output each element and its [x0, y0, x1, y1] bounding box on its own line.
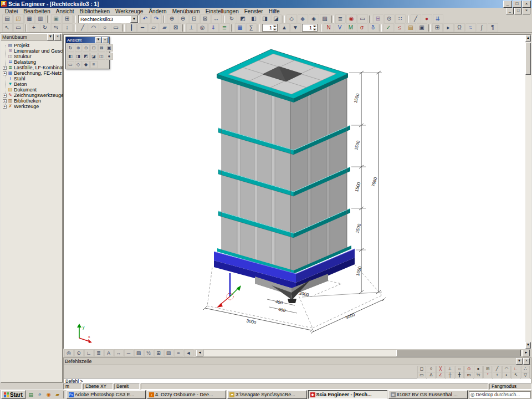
explorer-icon[interactable]: ▰	[53, 391, 62, 398]
project-data-icon[interactable]: ⊞	[62, 14, 73, 23]
snap-settings-icon[interactable]: ⊙	[74, 349, 84, 357]
text-style-icon[interactable]: A	[104, 349, 114, 357]
dimension-style-icon[interactable]: ↔	[114, 349, 124, 357]
clip-box-icon[interactable]: ▭	[67, 61, 74, 68]
clipping-box-icon[interactable]: ▭	[357, 14, 368, 23]
scrollbar-thumb[interactable]	[396, 350, 521, 356]
deformation-icon[interactable]: δ	[368, 23, 378, 32]
layers-icon[interactable]: ≣	[335, 14, 346, 23]
hinge-icon[interactable]: ◎	[197, 23, 208, 32]
back-icon[interactable]: ◄	[184, 349, 193, 357]
units-icon[interactable]: m	[464, 372, 473, 378]
document-icon[interactable]: ▤	[406, 23, 416, 32]
report-icon[interactable]: ¶	[488, 23, 498, 32]
member-icon[interactable]: ╱	[411, 14, 421, 23]
hatch-style-icon[interactable]: ▨	[134, 349, 144, 357]
silo-model[interactable]	[214, 49, 355, 303]
tree-item-belastung[interactable]: ⇊Belastung	[2, 59, 62, 65]
animation-icon[interactable]: ▸	[443, 23, 454, 32]
panel-dropdown-icon[interactable]: ▼	[516, 358, 523, 365]
media-player-icon[interactable]: ◉	[44, 391, 53, 398]
shaded-icon[interactable]: ◆	[83, 61, 90, 68]
expand-icon[interactable]: +	[3, 71, 7, 75]
scroll-left-icon[interactable]: ◄	[196, 350, 203, 356]
menu-ansicht[interactable]: Ansicht	[53, 8, 77, 14]
zoom-selection-icon[interactable]: ▣	[106, 44, 113, 52]
zoom-window-icon[interactable]: ⊡	[90, 44, 98, 52]
rectangle-icon[interactable]: ▭	[111, 23, 121, 32]
panel-close-icon[interactable]: ×	[523, 358, 530, 365]
taskbar-task-adobe-photoshop-cs3-e[interactable]: PsAdobe Photoshop CS3 E...	[66, 390, 146, 399]
filter-icon[interactable]: ▽	[521, 372, 530, 378]
scroll-right-icon[interactable]: ►	[523, 350, 530, 356]
mdi-minimize-button[interactable]: _	[506, 8, 514, 14]
document-view-icon[interactable]: ▤	[164, 349, 173, 357]
tree-item-werkzeuge[interactable]: +✗Werkzeuge	[2, 104, 62, 109]
horizontal-scrollbar[interactable]: ◄ ►	[196, 349, 530, 357]
stress-icon[interactable]: σ	[357, 23, 367, 32]
tree-item-zeichnungswerkzeuge[interactable]: +✎Zeichnungswerkzeuge	[2, 93, 62, 98]
taskbar-task-scia-engineer-rech[interactable]: ◆Scia Engineer - [Rech...	[308, 390, 387, 399]
node-icon[interactable]: ●	[422, 14, 432, 23]
moment-icon[interactable]: M	[346, 23, 356, 32]
taskbar-task-4-ozzy-osbourne-dee[interactable]: ♪4. Ozzy Osbourne - Dee...	[147, 390, 226, 399]
load-icon[interactable]: ⇊	[433, 14, 443, 23]
scale-spinner-2[interactable]: 1 ▲ ▼	[302, 24, 318, 32]
coord-relative-icon[interactable]: ∆	[427, 372, 436, 378]
scroll-down-icon[interactable]: ▼	[525, 342, 531, 349]
beam-icon[interactable]: ━	[137, 23, 148, 32]
palette-header[interactable]: Ansicht ▼ ×	[66, 37, 109, 43]
steel-check-icon[interactable]: ≤	[395, 23, 405, 32]
tree-item-berechnung-fe-netz[interactable]: +▦Berechnung, FE-Netz	[2, 70, 62, 76]
menu-datei[interactable]: Datei	[2, 8, 21, 14]
view-top-icon[interactable]: ◩	[238, 14, 248, 23]
stability-icon[interactable]: Ω	[454, 23, 465, 32]
palette-dropdown-icon[interactable]: ▼	[95, 37, 101, 43]
perspective-icon[interactable]: ◫	[98, 53, 105, 60]
view-settings-icon[interactable]: ≡	[90, 61, 98, 68]
view-side-icon[interactable]: ◨	[260, 14, 270, 23]
tree-item-linienraster-und-geschosse[interactable]: ⊞Linienraster und Geschosse	[2, 48, 62, 54]
spin-down-icon[interactable]: ▼	[273, 28, 277, 31]
scroll-up-icon[interactable]: ▲	[525, 35, 531, 42]
view-side-icon[interactable]: ◨	[75, 53, 82, 60]
taskbar-task-3-seagate-sync-syncre[interactable]: ▰3:\Seagate Sync\SyncRe...	[227, 390, 306, 399]
menu-ändern[interactable]: Ändern	[146, 8, 169, 14]
redo-icon[interactable]: ↷	[151, 14, 162, 23]
maximize-button[interactable]: □	[513, 1, 521, 8]
mdi-close-button[interactable]: ×	[523, 8, 530, 14]
precision-icon[interactable]: ½	[474, 372, 483, 378]
show-desktop-icon[interactable]: ▤	[27, 391, 35, 398]
coord-absolute-icon[interactable]: ▭	[417, 372, 426, 378]
wall-icon[interactable]: ▰	[160, 23, 170, 32]
pan-icon[interactable]: ↔	[211, 14, 222, 23]
undo-icon[interactable]: ↶	[140, 14, 151, 23]
start-button[interactable]: Start	[1, 390, 25, 399]
save-project-icon[interactable]: ▦	[24, 14, 35, 23]
hidden-lines-icon[interactable]: ◈	[309, 14, 319, 23]
zoom-in-icon[interactable]: ⊕	[167, 14, 177, 23]
axonometric-icon[interactable]: ◪	[90, 53, 98, 60]
rotate-view-icon[interactable]: ↻	[227, 14, 237, 23]
zoom-all-icon[interactable]: ⊠	[200, 14, 211, 23]
zoom-all-icon[interactable]: ⊠	[98, 44, 105, 52]
shear-force-icon[interactable]: V	[335, 23, 345, 32]
panel-dropdown-icon[interactable]: ▼	[47, 34, 54, 40]
preview-icon[interactable]: ▣	[417, 23, 427, 32]
tracking-icon[interactable]: ╋	[455, 372, 464, 378]
dot-grid-icon[interactable]: ∷	[395, 14, 406, 23]
stretch-icon[interactable]: ↕	[62, 23, 73, 32]
scrollbar-thumb[interactable]	[525, 43, 531, 75]
menu-bearbeiten[interactable]: Bearbeiten	[21, 8, 53, 14]
zoom-out-icon[interactable]: ⊖	[83, 44, 90, 52]
spin-down-icon[interactable]: ▼	[313, 28, 317, 31]
grid-icon[interactable]: ⊞	[373, 14, 383, 23]
print-icon[interactable]: ▥	[35, 14, 46, 23]
menu-hilfe[interactable]: Hilfe	[266, 8, 283, 14]
view-front-icon[interactable]: ◧	[67, 53, 74, 60]
opening-icon[interactable]: ⊠	[171, 23, 181, 32]
tree-item-lastfälle-lf-kombinationen[interactable]: +≣Lastfälle, LF-Kombinationen	[2, 65, 62, 70]
move-icon[interactable]: +	[29, 23, 39, 32]
arc-icon[interactable]: ◠	[89, 23, 99, 32]
mdi-restore-button[interactable]: □	[514, 8, 522, 14]
